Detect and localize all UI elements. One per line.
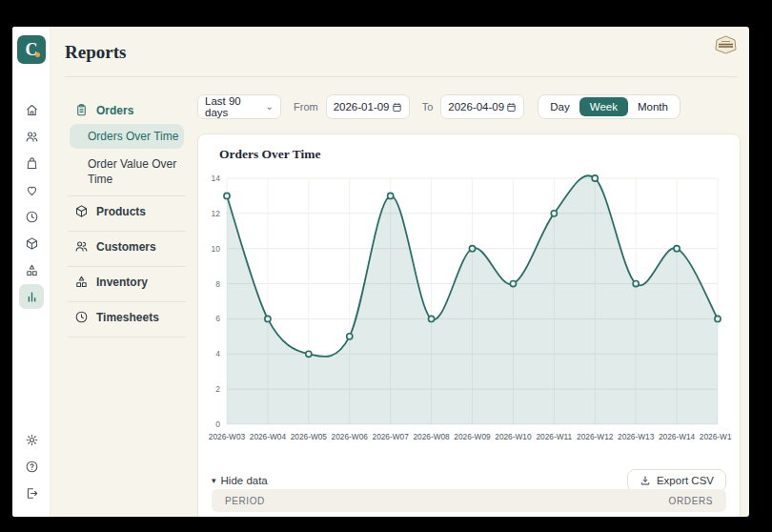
logout-icon[interactable] bbox=[19, 481, 44, 505]
sidebar-item-orders[interactable]: Orders bbox=[74, 103, 133, 117]
sidebar-divider bbox=[68, 301, 186, 302]
svg-text:4: 4 bbox=[215, 349, 220, 358]
svg-text:2026-W04: 2026-W04 bbox=[250, 432, 287, 441]
svg-text:2026-W08: 2026-W08 bbox=[413, 432, 450, 441]
svg-text:2026-W06: 2026-W06 bbox=[332, 432, 369, 441]
to-date-value: 2026-04-09 bbox=[448, 101, 504, 113]
to-label: To bbox=[422, 101, 434, 113]
svg-text:2026-W13: 2026-W13 bbox=[618, 432, 655, 441]
sidebar-item-label: Products bbox=[96, 205, 146, 218]
products-package-icon[interactable] bbox=[19, 231, 44, 256]
svg-text:2026-W09: 2026-W09 bbox=[454, 432, 491, 441]
users-icon bbox=[74, 239, 89, 254]
clipboard-icon bbox=[74, 103, 89, 117]
svg-text:14: 14 bbox=[212, 174, 221, 183]
customers-icon[interactable] bbox=[19, 124, 44, 149]
svg-text:12: 12 bbox=[212, 209, 221, 218]
calendar-icon bbox=[392, 102, 402, 113]
sidebar-item-label: Inventory bbox=[96, 276, 148, 289]
to-date-input[interactable]: 2026-04-09 bbox=[440, 94, 524, 119]
sidebar-item-label: Customers bbox=[96, 240, 156, 254]
app-logo[interactable]: C bbox=[17, 35, 46, 64]
sidebar-item-timesheets[interactable]: Timesheets bbox=[74, 310, 159, 324]
sidebar-item-orders-over-time[interactable]: Orders Over Time bbox=[70, 124, 184, 149]
calendar-icon bbox=[506, 102, 517, 113]
sidebar-item-products[interactable]: Products bbox=[74, 204, 146, 218]
from-date-input[interactable]: 2026-01-09 bbox=[326, 94, 410, 119]
from-date-value: 2026-01-09 bbox=[334, 101, 390, 113]
screenshot-stage: C bbox=[0, 0, 772, 532]
app-window: C bbox=[12, 27, 749, 517]
sidebar-divider bbox=[68, 266, 186, 267]
logo-accent-dot bbox=[35, 52, 40, 57]
data-table: PERIOD ORDERS 2026-W03 13 bbox=[212, 489, 726, 517]
chart-title: Orders Over Time bbox=[219, 147, 320, 162]
date-range-select[interactable]: Last 90 days ⌄ bbox=[197, 94, 281, 119]
period-column-header: PERIOD bbox=[225, 496, 265, 506]
report-sidebar: Orders Orders Over Time Order Value Over… bbox=[51, 27, 195, 517]
table-row[interactable]: 2026-W03 13 bbox=[212, 512, 726, 517]
sidebar-divider bbox=[68, 231, 186, 232]
svg-text:8: 8 bbox=[215, 279, 220, 289]
sidebar-item-label: Orders Over Time bbox=[88, 130, 178, 143]
svg-text:2026-W07: 2026-W07 bbox=[373, 432, 410, 441]
sidebar-item-order-value-over-time[interactable]: Order Value Over Time bbox=[88, 156, 191, 187]
svg-text:2026-W03: 2026-W03 bbox=[209, 432, 246, 441]
svg-text:2026-W15: 2026-W15 bbox=[700, 432, 732, 441]
hide-data-label: Hide data bbox=[221, 475, 268, 486]
hide-data-toggle[interactable]: ▾ Hide data bbox=[212, 475, 268, 486]
svg-text:10: 10 bbox=[212, 244, 221, 254]
sidebar-divider bbox=[68, 195, 186, 196]
sidebar-item-customers[interactable]: Customers bbox=[74, 239, 156, 254]
icon-rail: C bbox=[12, 27, 51, 517]
caret-down-icon: ▾ bbox=[212, 476, 216, 485]
granularity-toggle: Day Week Month bbox=[538, 94, 681, 119]
inventory-stack-icon[interactable] bbox=[19, 257, 44, 282]
orders-column-header: ORDERS bbox=[669, 496, 713, 506]
orders-bag-icon[interactable] bbox=[19, 151, 44, 175]
chevron-down-icon: ⌄ bbox=[266, 102, 274, 112]
clock-icon bbox=[74, 310, 89, 324]
svg-text:2026-W10: 2026-W10 bbox=[495, 432, 532, 441]
granularity-week-button[interactable]: Week bbox=[579, 97, 628, 116]
favorites-heart-icon[interactable] bbox=[19, 177, 44, 202]
package-icon bbox=[74, 204, 89, 218]
granularity-month-button[interactable]: Month bbox=[628, 98, 678, 115]
history-clock-icon[interactable] bbox=[19, 204, 44, 229]
page-title: Reports bbox=[65, 42, 126, 63]
granularity-day-button[interactable]: Day bbox=[540, 98, 579, 115]
export-csv-label: Export CSV bbox=[657, 475, 714, 486]
home-icon[interactable] bbox=[19, 97, 44, 122]
data-table-header: PERIOD ORDERS bbox=[212, 489, 726, 512]
svg-text:2026-W14: 2026-W14 bbox=[659, 432, 696, 441]
filter-bar: Last 90 days ⌄ From 2026-01-09 To 2026-0… bbox=[197, 94, 681, 119]
sidebar-item-label: Orders bbox=[96, 104, 133, 117]
orders-over-time-chart: 024681012142026-W032026-W042026-W052026-… bbox=[202, 165, 732, 451]
orders-over-time-card: Orders Over Time 024681012142026-W032026… bbox=[197, 133, 741, 517]
svg-text:2: 2 bbox=[215, 384, 220, 394]
sidebar-item-label: Timesheets bbox=[96, 311, 159, 324]
date-range-value: Last 90 days bbox=[205, 95, 266, 118]
help-icon[interactable] bbox=[19, 454, 44, 479]
from-label: From bbox=[294, 101, 318, 113]
sidebar-divider bbox=[68, 337, 186, 338]
sidebar-item-label: Order Value Over Time bbox=[88, 157, 176, 186]
svg-text:2026-W11: 2026-W11 bbox=[536, 432, 572, 441]
svg-text:2026-W05: 2026-W05 bbox=[291, 432, 328, 441]
svg-text:0: 0 bbox=[215, 419, 220, 429]
header-divider bbox=[65, 76, 738, 77]
sidebar-item-inventory[interactable]: Inventory bbox=[74, 275, 148, 289]
settings-gear-icon[interactable] bbox=[19, 427, 44, 452]
reports-chart-icon[interactable] bbox=[19, 284, 44, 309]
svg-text:6: 6 bbox=[215, 314, 220, 323]
svg-text:2026-W12: 2026-W12 bbox=[577, 432, 614, 441]
stack-icon bbox=[74, 275, 89, 289]
download-icon bbox=[640, 475, 651, 486]
heritage-stamp-icon bbox=[714, 34, 738, 55]
